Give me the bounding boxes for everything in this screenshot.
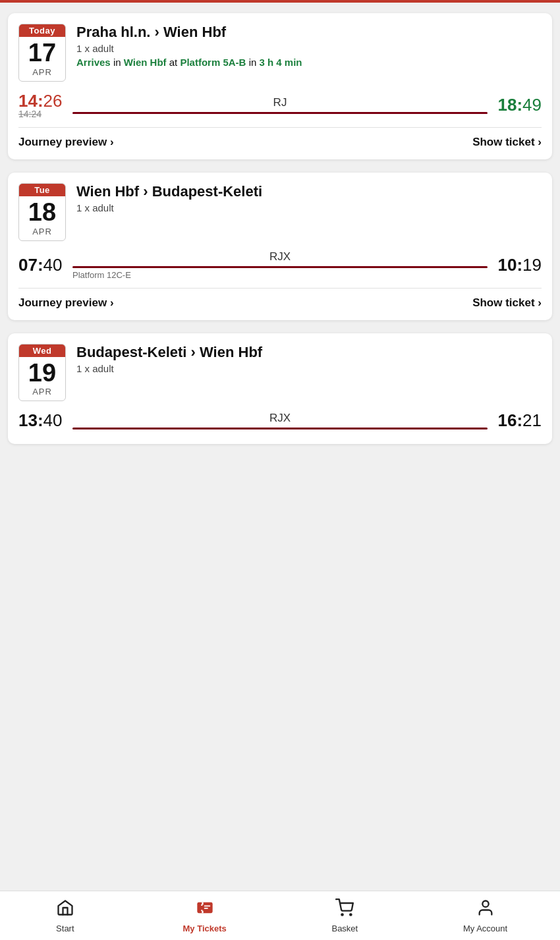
journey-info-2: Wien Hbf › Budapest-Keleti 1 x adult: [76, 183, 542, 216]
date-number-3: 19: [28, 357, 56, 387]
svg-rect-6: [204, 908, 208, 909]
day-label-3: Wed: [19, 345, 65, 357]
train-row-2: 07:40 RJX Platform 12C-E 10:19: [18, 250, 542, 280]
svg-point-4: [201, 909, 202, 910]
depart-min-2: 40: [43, 255, 63, 275]
train-line-1: [72, 112, 488, 114]
depart-time-3: 13:40: [18, 410, 66, 431]
card-divider-1: [18, 127, 542, 128]
train-line-container-1: RJ: [72, 96, 488, 114]
day-label-2: Tue: [19, 184, 65, 196]
nav-item-my-tickets[interactable]: My Tickets: [173, 893, 237, 939]
journey-preview-link-1[interactable]: Journey preview ›: [18, 136, 114, 149]
journey-preview-link-2[interactable]: Journey preview ›: [18, 296, 114, 310]
svg-point-3: [201, 904, 202, 905]
person-icon: [476, 899, 495, 922]
arrival-notice-1: Arrives in Wien Hbf at Platform 5A-B in …: [76, 57, 542, 68]
date-number-2: 18: [28, 196, 56, 227]
journey-passengers-3: 1 x adult: [76, 363, 542, 374]
svg-rect-5: [204, 905, 210, 906]
arrive-time-2: 10:19: [494, 255, 542, 275]
depart-hour-1: 14: [18, 91, 38, 111]
journey-route-1: Praha hl.n. › Wien Hbf: [76, 24, 542, 41]
journey-passengers-2: 1 x adult: [76, 202, 542, 213]
nav-label-my-tickets: My Tickets: [183, 924, 227, 933]
nav-item-basket[interactable]: Basket: [321, 893, 368, 939]
date-badge-1: Today 17 APR: [18, 24, 66, 82]
bottom-nav: Start My Tickets Basket: [0, 891, 560, 940]
date-number-1: 17: [28, 37, 56, 67]
train-type-2: RJX: [269, 250, 291, 263]
depart-time-1: 14:26 14:24: [18, 91, 66, 119]
cart-icon: [335, 899, 354, 922]
journey-route-3: Budapest-Keleti › Wien Hbf: [76, 344, 542, 361]
depart-min-3: 40: [43, 410, 63, 430]
home-icon: [56, 899, 74, 922]
date-badge-2: Tue 18 APR: [18, 183, 66, 241]
platform-2: Platform 12C-E: [72, 270, 131, 280]
arrive-hour-1: 18: [497, 95, 517, 115]
arrive-time-1: 18:49: [494, 95, 542, 115]
journey-card-3: Wed 19 APR Budapest-Keleti › Wien Hbf 1 …: [8, 333, 552, 445]
train-line-3: [72, 428, 488, 429]
journey-card-1: Today 17 APR Praha hl.n. › Wien Hbf 1 x …: [8, 13, 552, 159]
show-ticket-link-1[interactable]: Show ticket ›: [472, 136, 542, 149]
nav-label-start: Start: [56, 924, 74, 933]
card-actions-1: Journey preview › Show ticket ›: [18, 136, 542, 149]
ticket-icon: [196, 899, 214, 922]
svg-point-7: [342, 914, 343, 915]
depart-time-2: 07:40: [18, 255, 66, 275]
nav-item-my-account[interactable]: My Account: [453, 893, 518, 939]
day-label-1: Today: [19, 24, 65, 37]
card-actions-2: Journey preview › Show ticket ›: [18, 296, 542, 310]
train-row-1: 14:26 14:24 RJ 18:49: [18, 91, 542, 119]
train-line-container-2: RJX Platform 12C-E: [72, 250, 488, 280]
journey-route-2: Wien Hbf › Budapest-Keleti: [76, 183, 542, 200]
journey-passengers-1: 1 x adult: [76, 43, 542, 54]
date-month-3: APR: [32, 387, 52, 401]
show-ticket-link-2[interactable]: Show ticket ›: [472, 296, 542, 310]
train-row-3: 13:40 RJX 16:21: [18, 410, 542, 431]
nav-item-start[interactable]: Start: [42, 893, 88, 939]
card-header-1: Today 17 APR Praha hl.n. › Wien Hbf 1 x …: [18, 24, 542, 82]
train-type-3: RJX: [269, 412, 291, 425]
train-line-container-3: RJX: [72, 412, 488, 429]
card-divider-2: [18, 288, 542, 289]
date-badge-3: Wed 19 APR: [18, 344, 66, 402]
depart-min-1: 26: [43, 91, 63, 111]
svg-point-9: [482, 900, 488, 906]
date-month-2: APR: [32, 227, 52, 240]
card-header-3: Wed 19 APR Budapest-Keleti › Wien Hbf 1 …: [18, 344, 542, 402]
nav-label-basket: Basket: [331, 924, 358, 933]
journey-card-2: Tue 18 APR Wien Hbf › Budapest-Keleti 1 …: [8, 173, 552, 320]
nav-label-my-account: My Account: [463, 924, 507, 933]
journey-info-3: Budapest-Keleti › Wien Hbf 1 x adult: [76, 344, 542, 377]
depart-hour-3: 13: [18, 410, 38, 430]
journey-info-1: Praha hl.n. › Wien Hbf 1 x adult Arrives…: [76, 24, 542, 68]
date-month-1: APR: [32, 67, 52, 81]
depart-hour-2: 07: [18, 255, 38, 275]
arrive-time-3: 16:21: [494, 410, 542, 431]
train-type-1: RJ: [273, 96, 287, 109]
main-content: Today 17 APR Praha hl.n. › Wien Hbf 1 x …: [0, 3, 560, 940]
card-header-2: Tue 18 APR Wien Hbf › Budapest-Keleti 1 …: [18, 183, 542, 241]
svg-point-8: [350, 914, 352, 915]
train-line-2: [72, 266, 488, 268]
